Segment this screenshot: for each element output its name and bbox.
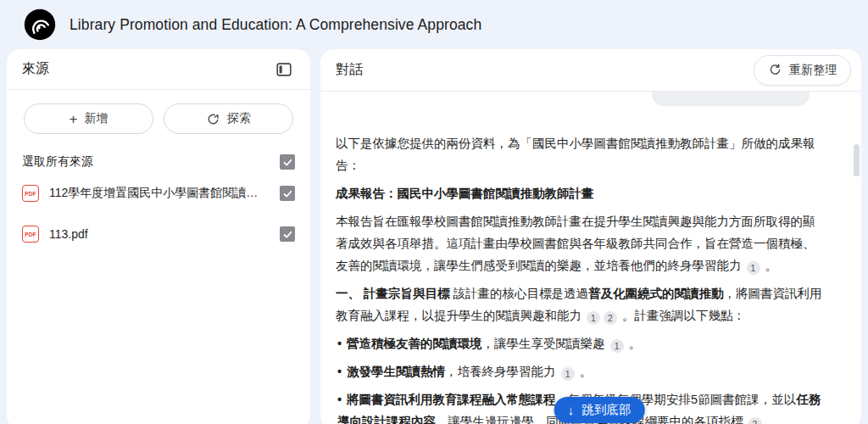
message-text: 該計畫的核心目標是透過 xyxy=(453,287,589,300)
citation-chip[interactable]: 2 xyxy=(748,417,762,424)
notebooklm-app: Library Promotion and Education: A Compr… xyxy=(0,0,868,424)
select-all-checkbox[interactable] xyxy=(280,154,295,170)
message-text: 本報告旨在匯報學校圖書館閱讀推動教師計畫在提升學生閱讀興趣與能力方面所取得的顯著… xyxy=(336,215,815,272)
sources-panel-title: 來源 xyxy=(22,60,49,78)
message-paragraph: 一、 計畫宗旨與目標 該計畫的核心目標是透過普及化圍繞式的閱讀推動，將圖書資訊利… xyxy=(336,282,824,326)
assistant-message: 以下是依據您提供的兩份資料，為「國民中小學圖書館閱讀推動教師計畫」所做的成果報告… xyxy=(320,92,861,424)
message-text: 。 xyxy=(762,259,778,272)
notebooklm-logo-icon[interactable] xyxy=(24,8,56,41)
citation-chip[interactable]: 1 xyxy=(610,339,624,353)
sources-panel-header: 來源 xyxy=(7,49,310,90)
message-bold-text: 將圖書資訊利用教育課程融入常態課程 xyxy=(347,393,556,406)
source-checkbox[interactable] xyxy=(280,226,295,242)
message-bold-text: 一、 計畫宗旨與目標 xyxy=(336,287,453,300)
sources-panel: 來源 + 新增 探索 xyxy=(7,49,310,424)
check-icon xyxy=(282,229,293,240)
explore-sources-button[interactable]: 探索 xyxy=(164,103,293,134)
refresh-icon xyxy=(768,63,782,77)
add-source-button[interactable]: + 新增 xyxy=(24,103,153,134)
message-bullet-item: • 營造積極友善的閱讀環境，讓學生享受閱讀樂趣 1 。 xyxy=(336,332,824,354)
source-name[interactable]: 112學年度增置國民中小學圖書館閱讀推動... xyxy=(49,186,270,201)
source-list: PDF112學年度增置國民中小學圖書館閱讀推動...PDF113.pdf xyxy=(7,173,310,254)
message-text: 。 xyxy=(626,337,642,350)
check-icon xyxy=(282,188,293,199)
user-message-bubble xyxy=(652,92,810,106)
message-text: ，讓學生享受閱讀樂趣 xyxy=(482,337,609,350)
source-actions: + 新增 探索 xyxy=(7,90,310,141)
message-text: 。 xyxy=(576,365,593,378)
pdf-file-icon: PDF xyxy=(22,185,39,202)
source-name[interactable]: 113.pdf xyxy=(49,227,270,241)
chat-panel-header: 對話 重新整理 xyxy=(320,49,861,92)
jump-to-bottom-label: 跳到底部 xyxy=(581,402,631,418)
select-all-label: 選取所有來源 xyxy=(22,154,93,170)
jump-to-bottom-button[interactable]: ↓ 跳到底部 xyxy=(554,397,645,423)
top-bar: Library Promotion and Education: A Compr… xyxy=(0,0,868,49)
source-row[interactable]: PDF113.pdf xyxy=(7,214,310,254)
message-bold-text: 成果報告：國民中小學圖書館閱讀推動教師計畫 xyxy=(336,187,594,200)
citation-chip[interactable]: 2 xyxy=(604,311,617,325)
collapse-panel-icon xyxy=(275,60,293,79)
message-text: ，培養終身學習能力 xyxy=(445,365,559,378)
add-source-label: 新增 xyxy=(84,111,108,126)
notebook-title[interactable]: Library Promotion and Education: A Compr… xyxy=(70,16,481,34)
refresh-chat-label: 重新整理 xyxy=(789,63,837,78)
collapse-panel-button[interactable] xyxy=(270,55,298,84)
chat-panel-title: 對話 xyxy=(336,61,363,79)
message-text: 以下是依據您提供的兩份資料，為「國民中小學圖書館閱讀推動教師計畫」所做的成果報告… xyxy=(336,137,815,172)
arrow-down-icon: ↓ xyxy=(568,404,575,416)
plus-icon: + xyxy=(70,112,78,126)
refresh-chat-button[interactable]: 重新整理 xyxy=(754,55,851,86)
main-content: 來源 + 新增 探索 xyxy=(0,49,868,424)
message-text: 。 xyxy=(764,415,780,424)
explore-sources-label: 探索 xyxy=(227,111,251,126)
message-bold-text: 營造積極友善的閱讀環境 xyxy=(347,337,482,350)
message-bold-text: 激發學生閱讀熱情 xyxy=(347,365,445,378)
select-all-row: 選取所有來源 xyxy=(7,141,310,173)
message-paragraph: 本報告旨在匯報學校圖書館閱讀推動教師計畫在提升學生閱讀興趣與能力方面所取得的顯著… xyxy=(336,210,824,276)
citation-chip[interactable]: 1 xyxy=(747,261,760,275)
chat-panel: 對話 重新整理 以下是依據您提供的兩份資料，為「國民中小學圖書館閱讀推動教師計畫… xyxy=(320,49,861,424)
source-row[interactable]: PDF112學年度增置國民中小學圖書館閱讀推動... xyxy=(7,173,310,214)
explore-icon xyxy=(206,112,220,126)
message-text: 。計畫強調以下幾點： xyxy=(619,309,745,322)
message-bullet-item: • 激發學生閱讀熱情，培養終身學習能力 1 。 xyxy=(336,360,824,382)
message-paragraph: 以下是依據您提供的兩份資料，為「國民中小學圖書館閱讀推動教師計畫」所做的成果報告… xyxy=(336,132,824,176)
citation-chip[interactable]: 1 xyxy=(587,311,600,325)
citation-chip[interactable]: 1 xyxy=(561,367,575,381)
chat-scrollbar-thumb[interactable] xyxy=(854,144,860,176)
message-paragraph: 成果報告：國民中小學圖書館閱讀推動教師計畫 xyxy=(336,182,824,204)
bullet-marker: • xyxy=(337,365,345,378)
message-bold-text: 普及化圍繞式的閱讀推動 xyxy=(588,287,724,300)
bullet-marker: • xyxy=(337,393,345,406)
pdf-file-icon: PDF xyxy=(22,226,39,243)
source-checkbox[interactable] xyxy=(280,186,295,201)
bullet-marker: • xyxy=(337,337,345,350)
check-icon xyxy=(282,157,293,168)
